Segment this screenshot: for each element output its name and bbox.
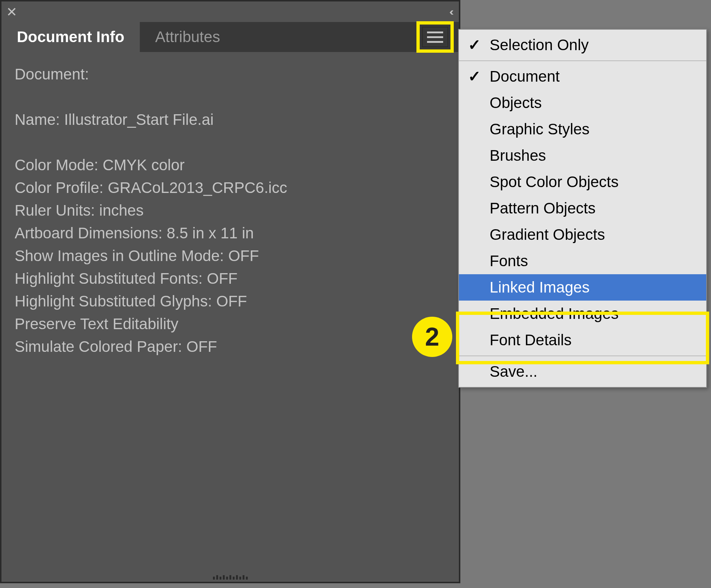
- close-icon[interactable]: [7, 7, 17, 17]
- artboard-dimensions-line: Artboard Dimensions: 8.5 in x 11 in: [15, 222, 446, 245]
- menu-item-document[interactable]: Document: [459, 63, 706, 90]
- resize-grip-icon[interactable]: [208, 574, 252, 580]
- highlight-sub-glyphs-line: Highlight Substituted Glyphs: OFF: [15, 290, 446, 313]
- color-profile-line: Color Profile: GRACoL2013_CRPC6.icc: [15, 176, 446, 199]
- document-name: Name: Illustrator_Start File.ai: [15, 108, 446, 131]
- menu-item-gradient-objects[interactable]: Gradient Objects: [459, 222, 706, 248]
- menu-item-label: Graphic Styles: [490, 118, 590, 140]
- checkmark-icon: [459, 34, 490, 56]
- menu-item-brushes[interactable]: Brushes: [459, 142, 706, 169]
- ruler-units-line: Ruler Units: inches: [15, 199, 446, 222]
- color-mode-line: Color Mode: CMYK color: [15, 154, 446, 176]
- tab-spacer: [235, 22, 416, 52]
- simulate-paper-line: Simulate Colored Paper: OFF: [15, 335, 446, 358]
- hamburger-highlight: [416, 21, 454, 53]
- menu-item-label: Embedded Images: [490, 303, 619, 325]
- menu-item-pattern-objects[interactable]: Pattern Objects: [459, 195, 706, 222]
- tab-document-info[interactable]: Document Info: [1, 22, 140, 52]
- menu-item-linked-images[interactable]: Linked Images: [459, 274, 706, 301]
- menu-item-label: Brushes: [490, 145, 546, 167]
- tab-bar: Document Info Attributes: [1, 22, 459, 52]
- tab-attributes[interactable]: Attributes: [140, 22, 235, 52]
- menu-item-objects[interactable]: Objects: [459, 90, 706, 116]
- document-label: Document:: [15, 63, 446, 86]
- menu-item-label: Objects: [490, 92, 542, 114]
- menu-item-label: Selection Only: [490, 34, 589, 56]
- menu-item-label: Gradient Objects: [490, 224, 605, 246]
- highlight-sub-fonts-line: Highlight Substituted Fonts: OFF: [15, 267, 446, 290]
- menu-item-label: Pattern Objects: [490, 197, 595, 219]
- panel-menu-icon[interactable]: [422, 27, 448, 47]
- menu-item-selection-only[interactable]: Selection Only: [459, 32, 706, 58]
- menu-item-graphic-styles[interactable]: Graphic Styles: [459, 116, 706, 142]
- menu-item-label: Spot Color Objects: [490, 171, 619, 193]
- menu-item-font-details[interactable]: Font Details: [459, 327, 706, 353]
- menu-item-label: Fonts: [490, 250, 528, 272]
- hamburger-wrapper: [416, 22, 459, 52]
- menu-item-save[interactable]: Save...: [459, 358, 706, 385]
- menu-item-label: Font Details: [490, 329, 572, 351]
- callout-badge-2: 2: [412, 317, 452, 357]
- menu-item-fonts[interactable]: Fonts: [459, 248, 706, 274]
- collapse-icon[interactable]: ‹‹: [449, 5, 454, 18]
- checkmark-icon: [459, 66, 490, 88]
- menu-item-label: Save...: [490, 361, 538, 383]
- menu-item-embedded-images[interactable]: Embedded Images: [459, 301, 706, 327]
- panel-titlebar: ‹‹: [1, 1, 459, 22]
- preserve-text-line: Preserve Text Editability: [15, 313, 446, 335]
- panel-flyout-menu: Selection Only Document Objects Graphic …: [458, 29, 707, 388]
- panel-body: Document: Name: Illustrator_Start File.a…: [1, 52, 459, 369]
- document-info-panel: ‹‹ Document Info Attributes Document: Na…: [0, 0, 460, 583]
- menu-item-spot-color-objects[interactable]: Spot Color Objects: [459, 169, 706, 195]
- menu-item-label: Document: [490, 66, 560, 88]
- menu-item-label: Linked Images: [490, 276, 590, 298]
- show-images-outline-line: Show Images in Outline Mode: OFF: [15, 245, 446, 267]
